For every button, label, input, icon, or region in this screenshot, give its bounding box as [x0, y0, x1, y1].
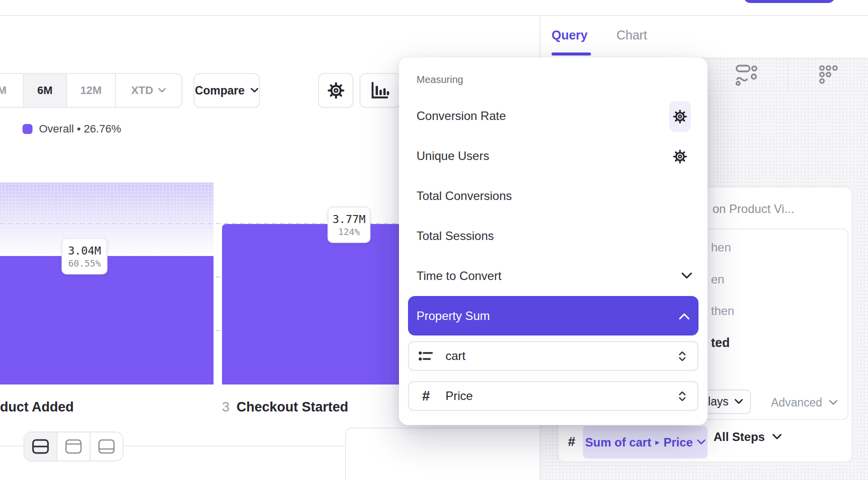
breakdown-button[interactable] — [788, 58, 868, 90]
range-button-xtd[interactable]: XTD — [116, 74, 182, 107]
legend: Overall • 26.76% — [22, 122, 121, 136]
conversion-rate-settings-button[interactable] — [669, 101, 691, 132]
step-label-checkout-started: Checkout Started — [236, 400, 348, 415]
split-horizontal-icon — [32, 439, 49, 454]
primary-action-button[interactable] — [744, 0, 835, 3]
funnel-trends-button[interactable] — [705, 58, 788, 90]
funnel-bar-2[interactable] — [222, 224, 405, 384]
chevron-down-icon — [250, 88, 258, 93]
query-step-card-title: on Product Vi... — [712, 202, 794, 216]
funnel-bar-1[interactable] — [0, 256, 214, 384]
chevron-down-icon — [772, 434, 782, 440]
step-row-event-text: ted — [711, 336, 730, 350]
gear-icon — [672, 149, 688, 164]
all-steps-dropdown[interactable]: All Steps — [714, 430, 782, 444]
unique-users-settings-button[interactable] — [672, 149, 688, 164]
property-sum-chip[interactable]: Sum of cart ▸ Price — [583, 426, 708, 458]
select-arrows-icon — [678, 390, 686, 403]
range-button-6m[interactable]: 6M — [24, 74, 68, 107]
chart-type-button[interactable] — [360, 73, 400, 108]
bar-2-value-label: 3.77M 124% — [328, 206, 370, 243]
bar-1-value-label: 3.04M 60.55% — [62, 238, 108, 274]
breadcrumb-arrow-icon: ▸ — [655, 437, 660, 448]
tab-query[interactable]: Query — [552, 28, 588, 42]
bar-chart-icon — [370, 80, 390, 100]
menu-item-property-sum-selected[interactable]: Property Sum — [408, 296, 698, 336]
advanced-dropdown[interactable]: Advanced — [771, 396, 838, 410]
layout-top-panel-button[interactable] — [58, 432, 90, 460]
menu-item-conversion-rate[interactable]: Conversion Rate — [416, 109, 506, 123]
layout-split-horizontal-button[interactable] — [24, 432, 58, 460]
top-bar — [0, 0, 868, 16]
step-label-product-added: duct Added — [0, 400, 74, 415]
step-row-text: en — [711, 272, 724, 286]
step-row-text: then — [711, 304, 734, 318]
split-top-icon — [65, 439, 82, 454]
bottom-section-card — [345, 428, 540, 480]
legend-label: Overall • 26.76% — [39, 122, 121, 136]
menu-item-time-to-convert[interactable]: Time to Convert — [416, 269, 502, 283]
dots-grid-icon — [818, 64, 838, 84]
layout-bottom-panel-button[interactable] — [90, 432, 122, 460]
value-property-select[interactable]: # Price — [408, 381, 698, 411]
chart-settings-button[interactable] — [318, 73, 354, 108]
menu-item-total-sessions[interactable]: Total Sessions — [416, 229, 494, 243]
tab-chart[interactable]: Chart — [616, 28, 647, 42]
chevron-down-icon — [697, 440, 706, 445]
split-bottom-icon — [98, 439, 115, 454]
range-button-12m[interactable]: 12M — [67, 74, 116, 107]
chevron-down-icon — [734, 399, 743, 404]
measuring-title: Measuring — [416, 74, 463, 86]
chevron-up-icon — [679, 312, 690, 320]
tab-query-active-underline — [552, 52, 591, 56]
gear-icon — [327, 82, 345, 100]
legend-swatch — [22, 124, 32, 134]
step-row-text: hen — [711, 240, 731, 254]
chevron-down-icon — [158, 88, 166, 93]
layout-toggle-group — [24, 432, 124, 462]
hash-icon: # — [418, 388, 434, 404]
select-arrows-icon — [678, 350, 686, 363]
menu-item-unique-users[interactable]: Unique Users — [416, 149, 489, 163]
menu-item-total-conversions[interactable]: Total Conversions — [416, 189, 512, 203]
property-select[interactable]: cart — [408, 341, 698, 371]
step-number-3: 3 — [222, 400, 230, 415]
measuring-dropdown: Measuring Conversion Rate Unique Users T… — [399, 58, 708, 425]
gear-icon — [672, 109, 688, 124]
range-button-prev[interactable]: M — [0, 74, 24, 107]
chevron-down-icon — [829, 400, 838, 406]
list-icon — [418, 350, 434, 362]
date-range-segmented-control: M 6M 12M XTD — [0, 73, 182, 108]
measured-as-hash: # — [568, 434, 575, 450]
funnel-trends-icon — [735, 63, 758, 86]
chevron-down-icon[interactable] — [682, 272, 692, 280]
compare-button[interactable]: Compare — [194, 73, 260, 108]
